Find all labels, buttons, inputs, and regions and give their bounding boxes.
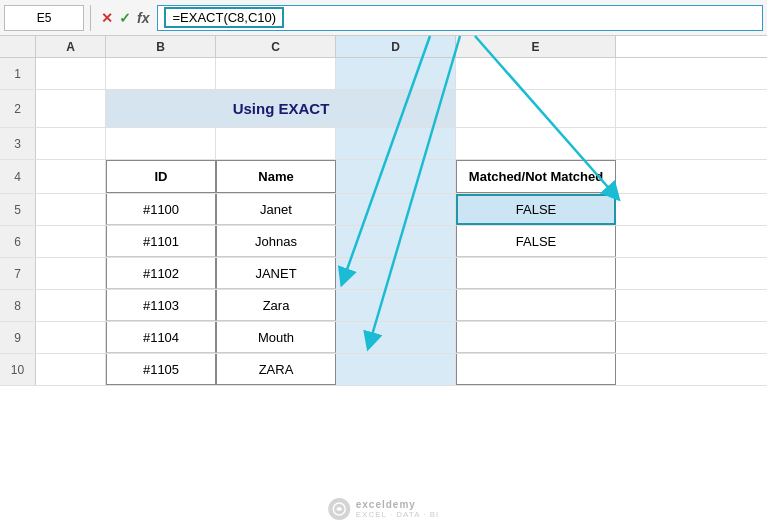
formula-bar-divider <box>90 5 91 31</box>
table-row: 2 Using EXACT <box>0 90 767 128</box>
cell-e6[interactable]: FALSE <box>456 226 616 257</box>
cell-c8[interactable]: Zara <box>216 290 336 321</box>
row-num-4: 4 <box>0 160 36 193</box>
fx-icon[interactable]: fx <box>137 10 149 26</box>
cell-a6[interactable] <box>36 226 106 257</box>
table-row: 3 <box>0 128 767 160</box>
cell-d9[interactable] <box>336 322 456 353</box>
cell-d4[interactable] <box>336 160 456 193</box>
cell-c9[interactable]: Mouth <box>216 322 336 353</box>
cell-e5[interactable]: FALSE <box>456 194 616 225</box>
cell-b6[interactable]: #1101 <box>106 226 216 257</box>
row-num-10: 10 <box>0 354 36 385</box>
row-num-9: 9 <box>0 322 36 353</box>
table-row: 1 <box>0 58 767 90</box>
cell-e9[interactable] <box>456 322 616 353</box>
cell-a8[interactable] <box>36 290 106 321</box>
col-header-d[interactable]: D <box>336 36 456 57</box>
table-row: 5 #1100 Janet FALSE <box>0 194 767 226</box>
cell-d7[interactable] <box>336 258 456 289</box>
cell-e8[interactable] <box>456 290 616 321</box>
cell-b3[interactable] <box>106 128 216 159</box>
cell-a10[interactable] <box>36 354 106 385</box>
cell-a2[interactable] <box>36 90 106 127</box>
row-num-7: 7 <box>0 258 36 289</box>
cell-b10[interactable]: #1105 <box>106 354 216 385</box>
confirm-formula-icon[interactable]: ✓ <box>119 10 131 26</box>
cell-e10[interactable] <box>456 354 616 385</box>
cell-a4[interactable] <box>36 160 106 193</box>
row-num-6: 6 <box>0 226 36 257</box>
cell-d1[interactable] <box>336 58 456 89</box>
cell-b4-header[interactable]: ID <box>106 160 216 193</box>
cell-ref-value: E5 <box>37 11 52 25</box>
formula-value: =EXACT(C8,C10) <box>164 7 284 28</box>
cell-c10[interactable]: ZARA <box>216 354 336 385</box>
cell-c3[interactable] <box>216 128 336 159</box>
col-header-c[interactable]: C <box>216 36 336 57</box>
cell-a7[interactable] <box>36 258 106 289</box>
cell-c7[interactable]: JANET <box>216 258 336 289</box>
cell-d3[interactable] <box>336 128 456 159</box>
cell-a9[interactable] <box>36 322 106 353</box>
col-header-e[interactable]: E <box>456 36 616 57</box>
col-header-b[interactable]: B <box>106 36 216 57</box>
row-num-1: 1 <box>0 58 36 89</box>
row-num-3: 3 <box>0 128 36 159</box>
row-num-2: 2 <box>0 90 36 127</box>
table-row: 10 #1105 ZARA <box>0 354 767 386</box>
col-header-a[interactable]: A <box>36 36 106 57</box>
cell-e1[interactable] <box>456 58 616 89</box>
row-num-5: 5 <box>0 194 36 225</box>
cell-c4-header[interactable]: Name <box>216 160 336 193</box>
formula-input-box[interactable]: =EXACT(C8,C10) <box>157 5 763 31</box>
formula-bar: E5 ✕ ✓ fx =EXACT(C8,C10) <box>0 0 767 36</box>
cell-e3[interactable] <box>456 128 616 159</box>
cell-d5[interactable] <box>336 194 456 225</box>
table-row: 6 #1101 Johnas FALSE <box>0 226 767 258</box>
title-cell[interactable]: Using EXACT <box>106 90 456 127</box>
cell-a5[interactable] <box>36 194 106 225</box>
table-row: 8 #1103 Zara <box>0 290 767 322</box>
cell-d10[interactable] <box>336 354 456 385</box>
cell-b7[interactable]: #1102 <box>106 258 216 289</box>
cell-a3[interactable] <box>36 128 106 159</box>
column-headers-row: A B C D E <box>0 36 767 58</box>
cell-e4-header[interactable]: Matched/Not Matched <box>456 160 616 193</box>
cell-reference-box[interactable]: E5 <box>4 5 84 31</box>
cell-b5[interactable]: #1100 <box>106 194 216 225</box>
cell-a1[interactable] <box>36 58 106 89</box>
cell-c5[interactable]: Janet <box>216 194 336 225</box>
row-num-header <box>0 36 36 57</box>
watermark: exceldemy EXCEL · DATA · BI <box>328 498 440 520</box>
formula-controls: ✕ ✓ fx <box>97 10 153 26</box>
cell-b9[interactable]: #1104 <box>106 322 216 353</box>
cell-b8[interactable]: #1103 <box>106 290 216 321</box>
cell-d6[interactable] <box>336 226 456 257</box>
table-row: 4 ID Name Matched/Not Matched <box>0 160 767 194</box>
cell-b1[interactable] <box>106 58 216 89</box>
cell-c6[interactable]: Johnas <box>216 226 336 257</box>
spreadsheet-grid: 1 2 Using EXACT 3 4 ID Name M <box>0 58 767 386</box>
cell-d8[interactable] <box>336 290 456 321</box>
cell-e2[interactable] <box>456 90 616 127</box>
cell-c1[interactable] <box>216 58 336 89</box>
table-row: 9 #1104 Mouth <box>0 322 767 354</box>
table-row: 7 #1102 JANET <box>0 258 767 290</box>
cell-e7[interactable] <box>456 258 616 289</box>
row-num-8: 8 <box>0 290 36 321</box>
cancel-formula-icon[interactable]: ✕ <box>101 10 113 26</box>
